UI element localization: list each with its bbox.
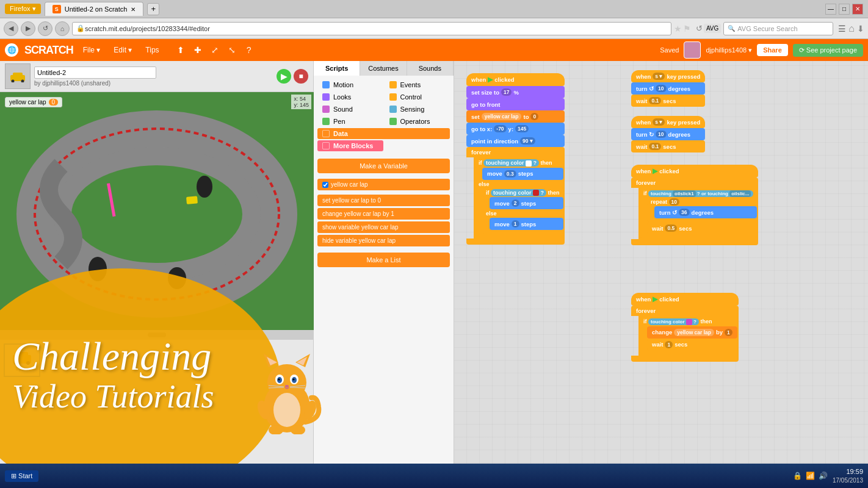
hat-key-s-right[interactable]: when s ▾ key pressed — [631, 116, 705, 128]
maximize-btn[interactable]: □ — [839, 4, 850, 15]
cat-operators[interactable]: Operators — [385, 116, 450, 127]
fullscreen-icon[interactable]: ⤢ — [208, 43, 222, 57]
close-btn[interactable]: ✕ — [852, 4, 863, 15]
tab-favicon: S — [52, 5, 61, 13]
start-btn[interactable]: ⊞ Start — [5, 470, 38, 482]
move-03-block[interactable]: move 0.3 steps — [482, 168, 563, 180]
home-btn[interactable]: ⌂ — [55, 21, 70, 36]
block-categories: Motion Events Looks Control Sound — [314, 76, 454, 155]
sprite-name-input[interactable]: Untitled-2 — [34, 66, 156, 79]
browser-tab[interactable]: S Untitled-2 on Scratch ✕ — [45, 2, 144, 16]
bookmark-btn[interactable]: ⚑ — [683, 24, 691, 34]
tab-close[interactable]: ✕ — [131, 6, 136, 13]
scroll-thumb — [148, 332, 166, 337]
back-btn[interactable]: ◀ — [4, 21, 18, 36]
svg-point-6 — [71, 165, 242, 263]
hide-variable-block[interactable]: hide variable yellow car lap — [317, 235, 450, 246]
minimize-btn[interactable]: — — [825, 4, 836, 15]
hat-key-s-left[interactable]: when s ▾ key pressed — [631, 70, 705, 82]
menu-btn[interactable]: ☰ — [838, 24, 846, 34]
refresh-btn[interactable]: ↺ — [38, 21, 52, 36]
move-2-block[interactable]: move 2 steps — [490, 197, 563, 209]
scratch-ui: 🌐 SCRATCH File ▾ Edit ▾ Tips ⬆ ✚ ⤢ ⤡ ? S… — [0, 39, 868, 488]
hat-clicked-lap[interactable]: when ▶ clicked — [631, 293, 739, 306]
svg-point-9 — [168, 267, 186, 289]
forever-oil[interactable]: forever — [631, 178, 758, 188]
tab-scripts[interactable]: Scripts — [314, 61, 360, 76]
see-project-button[interactable]: ⟳ See project page — [793, 44, 863, 57]
stop-btn[interactable]: ■ — [294, 69, 308, 84]
forever-block[interactable]: forever if touching color ? then move 0.… — [466, 147, 565, 245]
wait-1-block[interactable]: wait 1 secs — [647, 339, 737, 351]
cat-more-blocks[interactable]: More Blocks — [317, 140, 383, 151]
new-tab-btn[interactable]: + — [147, 3, 159, 15]
wait-05-block[interactable]: wait 0.5 secs — [647, 222, 757, 234]
scripts-canvas[interactable]: when ▶ clicked set size to 17 % go to fr… — [454, 61, 868, 488]
cat-looks[interactable]: Looks — [317, 92, 383, 102]
repeat-block[interactable]: repeat 10 — [647, 198, 757, 206]
address-bar[interactable]: 🔒 scratch.mit.edu/projects/10283344/#edi… — [72, 22, 671, 35]
change-lap-block[interactable]: change yellow car lap by 1 — [647, 326, 737, 339]
home-icon-btn[interactable]: ⌂ — [848, 23, 855, 34]
go-to-front-block[interactable]: go to front — [466, 98, 565, 110]
tab-costumes[interactable]: Costumes — [360, 61, 407, 76]
move-1-block[interactable]: move 1 steps — [490, 218, 563, 230]
resize-icon[interactable]: ⤡ — [225, 43, 239, 57]
stage-panel: Untitled-2 by djphillips1408 (unshared) … — [0, 61, 314, 488]
data-blocks-list: set yellow car lap to 0 change yellow ca… — [314, 192, 454, 249]
search-bar[interactable]: 🔍 AVG Secure Search — [723, 22, 833, 35]
cat-control[interactable]: Control — [385, 92, 450, 102]
variable-display: yellow car lap 0 — [5, 97, 62, 107]
refresh-icon[interactable]: ↺ — [696, 24, 703, 33]
stage-scrollbar[interactable] — [0, 330, 313, 340]
firefox-menu[interactable]: Firefox ▾ — [5, 4, 41, 14]
green-flag-btn[interactable]: ▶ — [277, 69, 291, 84]
scratch-logo: SCRATCH — [24, 44, 73, 57]
cat-events[interactable]: Events — [385, 79, 450, 90]
set-size-block[interactable]: set size to 17 % — [466, 86, 565, 98]
cat-motion[interactable]: Motion — [317, 79, 383, 90]
svg-point-10 — [197, 176, 212, 198]
tips-menu[interactable]: Tips — [142, 45, 162, 56]
cat-sound[interactable]: Sound — [317, 104, 383, 115]
go-to-xy-block[interactable]: go to x: -70 y: 145 — [466, 123, 565, 135]
make-list-btn[interactable]: Make a List — [317, 253, 450, 267]
sprite-list-item[interactable]: Sprite — [4, 343, 40, 377]
turn-left-block[interactable]: turn ↺ 10 degrees — [631, 82, 705, 95]
avg-logo: AVG — [704, 24, 721, 33]
turn-right-block[interactable]: turn ↻ 10 degrees — [631, 128, 705, 140]
variable-block[interactable]: yellow car lap — [317, 179, 450, 190]
forward-btn[interactable]: ▶ — [21, 21, 35, 36]
download-icon[interactable]: ⬇ — [857, 24, 864, 34]
hat-when-clicked[interactable]: when ▶ clicked — [466, 73, 565, 86]
show-variable-block[interactable]: show variable yellow car lap — [317, 221, 450, 233]
blocks-panel: Scripts Costumes Sounds Motion Events Lo… — [314, 61, 454, 488]
file-menu[interactable]: File ▾ — [79, 45, 104, 56]
wait-01b-block[interactable]: wait 0.1 secs — [631, 140, 705, 152]
scratch-globe[interactable]: 🌐 — [5, 43, 18, 57]
upload-icon[interactable]: ⬆ — [174, 43, 187, 57]
change-variable-block[interactable]: change yellow car lap by 1 — [317, 208, 450, 220]
username[interactable]: djphillips1408 ▾ — [706, 46, 752, 54]
point-direction-block[interactable]: point in direction 90 ▾ — [466, 135, 565, 147]
add-sprite-icon[interactable]: ✚ — [191, 43, 204, 57]
turn-36-block[interactable]: turn ↺ 36 degrees — [654, 206, 757, 218]
hat-clicked-oil[interactable]: when ▶ clicked — [631, 165, 758, 178]
wait-01-block[interactable]: wait 0.1 secs — [631, 95, 705, 107]
help-icon[interactable]: ? — [242, 43, 256, 57]
cat-data[interactable]: Data — [317, 128, 450, 139]
tab-sounds[interactable]: Sounds — [407, 61, 454, 76]
set-variable-block[interactable]: set yellow car lap to 0 — [317, 195, 450, 206]
star-btn[interactable]: ★ — [674, 24, 682, 34]
cat-sensing[interactable]: Sensing — [385, 104, 450, 115]
cat-pen[interactable]: Pen — [317, 116, 383, 127]
make-variable-btn[interactable]: Make a Variable — [317, 159, 450, 173]
forever-lap[interactable]: forever — [631, 306, 739, 316]
search-placeholder: AVG Secure Search — [737, 25, 797, 32]
variable-checkbox[interactable] — [322, 182, 328, 188]
sprite-info-bar: Untitled-2 by djphillips1408 (unshared) … — [0, 61, 313, 92]
scripts-area: when ▶ clicked set size to 17 % go to fr… — [454, 61, 868, 488]
set-var-block[interactable]: set yellow car lap to 0 — [466, 110, 565, 123]
edit-menu[interactable]: Edit ▾ — [110, 45, 136, 56]
share-button[interactable]: Share — [757, 44, 788, 56]
